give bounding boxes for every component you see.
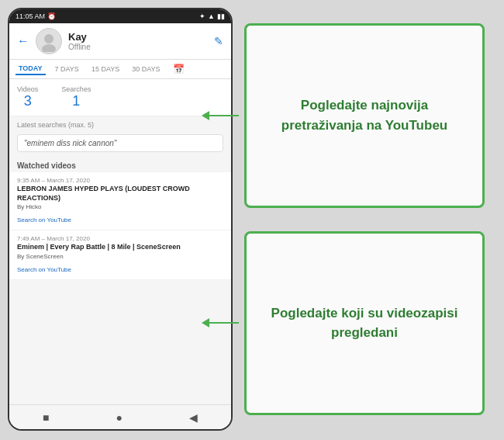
arrow-line-1 xyxy=(209,115,239,116)
annotation-text-2: Pogledajte koji su videozapisi pregledan… xyxy=(259,303,470,343)
user-name: Kay xyxy=(68,31,208,43)
status-bar-left: 11:05 AM ⏰ xyxy=(16,12,56,20)
arrow-head-1 xyxy=(202,111,209,120)
searches-label: Searches xyxy=(61,85,91,93)
wifi-icon: ▲ xyxy=(208,12,215,20)
searches-value: 1 xyxy=(72,93,80,109)
arrow-2 xyxy=(209,322,239,324)
videos-value: 3 xyxy=(24,93,32,109)
arrow-line-2 xyxy=(209,322,239,324)
svg-point-1 xyxy=(42,44,56,52)
status-time: 11:05 AM xyxy=(16,12,45,20)
video-1-title: LEBRON JAMES HYPED PLAYS (LOUDEST CROWD … xyxy=(17,185,223,203)
stats-row: Videos 3 Searches 1 xyxy=(9,79,231,116)
video-1-time: 9:35 AM – March 17, 2020 xyxy=(17,177,223,184)
stat-searches: Searches 1 xyxy=(61,85,91,109)
bluetooth-icon: ✦ xyxy=(199,12,205,20)
video-2-title: Eminem | Every Rap Battle | 8 Mile | Sce… xyxy=(17,243,223,252)
edit-button[interactable]: ✎ xyxy=(214,35,223,47)
status-bar: 11:05 AM ⏰ ✦ ▲ ▮▮ xyxy=(9,9,231,23)
nav-home-icon[interactable]: ● xyxy=(116,411,122,424)
nav-back-icon[interactable]: ◀ xyxy=(189,411,198,424)
annotation-box-1: Pogledajte najnovija pretraživanja na Yo… xyxy=(244,23,485,208)
tab-30days[interactable]: 30 DAYS xyxy=(129,64,163,74)
annotation-text-1: Pogledajte najnovija pretraživanja na Yo… xyxy=(259,95,470,135)
status-bar-right: ✦ ▲ ▮▮ xyxy=(199,12,225,20)
annotations-panel: Pogledajte najnovija pretraživanja na Yo… xyxy=(233,8,496,431)
video-2-channel: By SceneScreen xyxy=(17,253,223,260)
tabs-bar: TODAY 7 DAYS 15 DAYS 30 DAYS 📅 xyxy=(9,60,231,79)
avatar xyxy=(36,28,62,54)
svg-point-0 xyxy=(44,34,54,43)
video-1-channel: By Hicko xyxy=(17,203,223,210)
video-item-1: 9:35 AM – March 17, 2020 LEBRON JAMES HY… xyxy=(9,172,231,230)
alarm-icon: ⏰ xyxy=(47,12,56,20)
watched-videos-header: Watched videos xyxy=(9,155,231,172)
tab-15days[interactable]: 15 DAYS xyxy=(88,64,123,74)
arrow-1 xyxy=(209,115,239,116)
header: ← Kay Offline ✎ xyxy=(9,23,231,60)
latest-searches-header: Latest searches (max. 5) xyxy=(9,116,231,131)
video-2-link[interactable]: Search on YouTube xyxy=(17,266,71,273)
phone-screen: 11:05 AM ⏰ ✦ ▲ ▮▮ ← Kay Offline ✎ xyxy=(8,8,233,431)
tab-7days[interactable]: 7 DAYS xyxy=(52,64,82,74)
video-item-2: 7:49 AM – March 17, 2020 Eminem | Every … xyxy=(9,230,231,280)
calendar-icon[interactable]: 📅 xyxy=(173,64,185,74)
bottom-nav: ■ ● ◀ xyxy=(9,404,231,429)
search-tag: "eminem diss nick cannon" xyxy=(17,134,223,152)
videos-label: Videos xyxy=(17,85,38,93)
user-status: Offline xyxy=(68,43,208,51)
video-1-link[interactable]: Search on YouTube xyxy=(17,217,71,223)
video-2-time: 7:49 AM – March 17, 2020 xyxy=(17,235,223,242)
header-info: Kay Offline xyxy=(68,31,208,51)
battery-icon: ▮▮ xyxy=(217,12,225,20)
arrow-head-2 xyxy=(202,318,209,327)
stat-videos: Videos 3 xyxy=(17,85,38,109)
tab-today[interactable]: TODAY xyxy=(16,63,46,75)
back-button[interactable]: ← xyxy=(17,34,29,48)
annotation-box-2: Pogledajte koji su videozapisi pregledan… xyxy=(244,231,485,416)
nav-stop-icon[interactable]: ■ xyxy=(43,411,49,424)
phone-container: 11:05 AM ⏰ ✦ ▲ ▮▮ ← Kay Offline ✎ xyxy=(0,0,504,440)
